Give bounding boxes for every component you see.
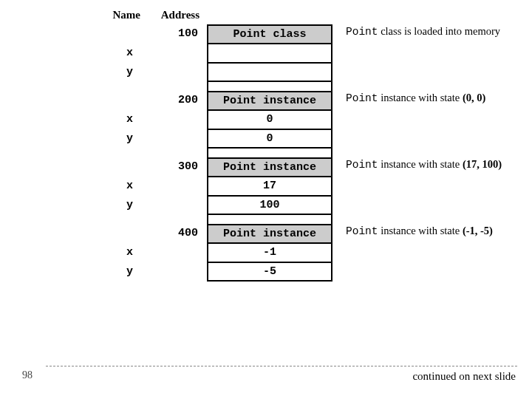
desc-state: (17, 100) <box>463 158 502 170</box>
row-description <box>332 110 502 129</box>
row-address <box>148 63 207 82</box>
row-address: 100 <box>148 24 207 44</box>
row-address <box>148 262 207 282</box>
row-name: x <box>0 44 148 63</box>
row-description: Point instance with state (-1, -5) <box>332 224 502 243</box>
memory-row: y <box>0 63 532 82</box>
memory-row: 200 Point instance Point instance with s… <box>0 91 532 110</box>
desc-text: instance with state <box>378 92 463 103</box>
row-description: Point instance with state (0, 0) <box>332 91 502 110</box>
row-description <box>332 44 502 63</box>
memory-row: y -5 <box>0 262 532 282</box>
column-headers: Name Address <box>0 9 532 21</box>
memory-row: 300 Point instance Point instance with s… <box>0 157 532 177</box>
row-name: x <box>0 243 148 262</box>
footer-divider <box>46 366 517 366</box>
desc-text: class is loaded into memory <box>378 25 501 37</box>
desc-code: Point <box>346 92 378 104</box>
memory-cell <box>207 63 332 82</box>
row-address <box>148 177 207 196</box>
row-description <box>332 177 502 196</box>
row-description <box>332 262 502 282</box>
memory-cell: 17 <box>207 177 332 196</box>
memory-row: x 17 <box>0 177 532 196</box>
memory-cell-header: Point instance <box>207 224 332 243</box>
memory-row: x -1 <box>0 243 532 262</box>
memory-cell: -1 <box>207 243 332 262</box>
memory-cell: 0 <box>207 110 332 129</box>
memory-row: 400 Point instance Point instance with s… <box>0 224 532 243</box>
header-address: Address <box>148 9 207 21</box>
memory-row: y 100 <box>0 196 532 215</box>
row-address <box>148 243 207 262</box>
row-address <box>148 196 207 215</box>
memory-cell <box>207 44 332 63</box>
row-name <box>0 157 148 177</box>
memory-cell: 100 <box>207 196 332 215</box>
row-name: x <box>0 177 148 196</box>
row-description <box>332 196 502 215</box>
desc-code: Point <box>346 225 378 237</box>
row-address <box>148 129 207 149</box>
row-description: Point instance with state (17, 100) <box>332 157 502 177</box>
row-description <box>332 63 502 82</box>
memory-cell: 0 <box>207 129 332 149</box>
header-name: Name <box>0 9 148 21</box>
row-description <box>332 243 502 262</box>
memory-diagram: Name Address 100 Point class Point class… <box>0 0 532 282</box>
row-name: x <box>0 110 148 129</box>
memory-gap <box>0 82 532 91</box>
row-address: 400 <box>148 224 207 243</box>
slide-number: 98 <box>22 369 33 381</box>
desc-code: Point <box>346 26 378 38</box>
continued-text: continued on next slide <box>412 370 516 383</box>
memory-gap <box>0 215 532 224</box>
desc-text: instance with state <box>378 158 463 170</box>
desc-state: (-1, -5) <box>463 225 493 236</box>
row-address: 300 <box>148 157 207 177</box>
memory-cell-header: Point instance <box>207 91 332 110</box>
memory-row: y 0 <box>0 129 532 149</box>
memory-row: 100 Point class Point class is loaded in… <box>0 24 532 44</box>
row-name <box>0 91 148 110</box>
desc-code: Point <box>346 159 378 171</box>
row-name: y <box>0 129 148 149</box>
memory-cell-header: Point class <box>207 24 332 44</box>
desc-state: (0, 0) <box>463 92 485 103</box>
row-name: y <box>0 196 148 215</box>
row-name <box>0 24 148 44</box>
row-address: 200 <box>148 91 207 110</box>
desc-text: instance with state <box>378 225 463 236</box>
row-address <box>148 44 207 63</box>
row-name: y <box>0 262 148 282</box>
memory-row: x 0 <box>0 110 532 129</box>
memory-row: x <box>0 44 532 63</box>
row-description: Point class is loaded into memory <box>332 24 502 44</box>
memory-cell: -5 <box>207 262 332 282</box>
memory-gap <box>0 149 532 157</box>
row-address <box>148 110 207 129</box>
row-description <box>332 129 502 149</box>
memory-cell-header: Point instance <box>207 157 332 177</box>
row-name: y <box>0 63 148 82</box>
row-name <box>0 224 148 243</box>
